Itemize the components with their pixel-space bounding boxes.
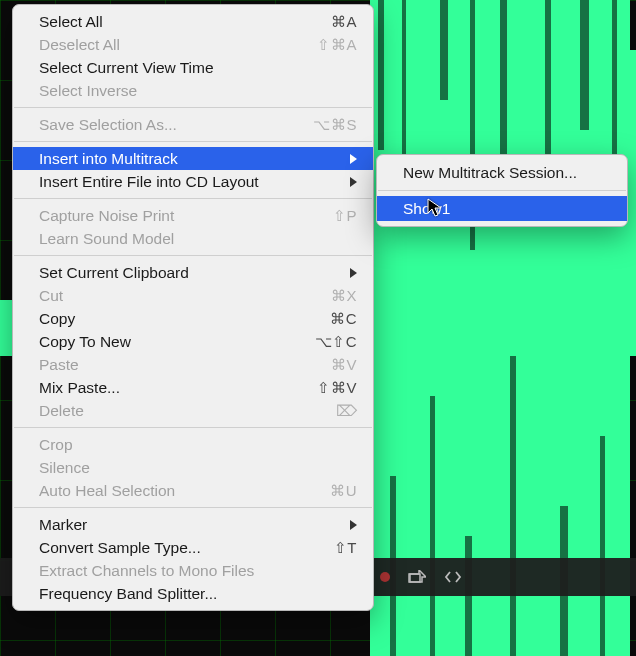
- menu-item-extract-channels-to-mono-files: Extract Channels to Mono Files: [13, 559, 373, 582]
- menu-item-insert-entire-file-into-cd-layout[interactable]: Insert Entire File into CD Layout: [13, 170, 373, 193]
- menu-item-shortcut: ⌥⌘S: [305, 116, 357, 134]
- menu-item-label: Capture Noise Print: [39, 207, 305, 225]
- submenu-arrow-icon: [350, 268, 357, 278]
- menu-item-paste: Paste⌘V: [13, 353, 373, 376]
- menu-item-shortcut: ⌥⇧C: [305, 333, 357, 351]
- menu-item-label: Deselect All: [39, 36, 305, 54]
- svg-rect-13: [580, 0, 589, 130]
- submenu-arrow-icon: [350, 154, 357, 164]
- svg-rect-15: [370, 328, 630, 656]
- menu-separator: [14, 141, 372, 142]
- menu-separator: [14, 427, 372, 428]
- menu-item-auto-heal-selection: Auto Heal Selection⌘U: [13, 479, 373, 502]
- menu-item-label: Cut: [39, 287, 305, 305]
- menu-item-shortcut: ⇧⌘A: [305, 36, 357, 54]
- menu-item-select-inverse: Select Inverse: [13, 79, 373, 102]
- menu-item-shortcut: ⌘X: [305, 287, 357, 305]
- menu-item-select-current-view-time[interactable]: Select Current View Time: [13, 56, 373, 79]
- menu-item-deselect-all: Deselect All⇧⌘A: [13, 33, 373, 56]
- menu-item-shortcut: ⌦: [305, 402, 357, 420]
- menu-item-silence: Silence: [13, 456, 373, 479]
- menu-separator: [378, 190, 626, 191]
- menu-item-label: Select Current View Time: [39, 59, 357, 77]
- menu-item-shortcut: ⇧T: [305, 539, 357, 557]
- menu-item-marker[interactable]: Marker: [13, 513, 373, 536]
- submenu-arrow-icon: [350, 520, 357, 530]
- submenu-arrow-icon: [350, 177, 357, 187]
- menu-separator: [14, 507, 372, 508]
- submenu-item-label: Show1: [403, 200, 611, 218]
- insert-multitrack-submenu[interactable]: New Multitrack Session...Show1: [376, 154, 628, 227]
- menu-item-label: Set Current Clipboard: [39, 264, 342, 282]
- menu-item-cut: Cut⌘X: [13, 284, 373, 307]
- svg-rect-18: [430, 396, 435, 656]
- svg-rect-22: [600, 436, 605, 656]
- menu-item-label: Auto Heal Selection: [39, 482, 305, 500]
- menu-item-capture-noise-print: Capture Noise Print⇧P: [13, 204, 373, 227]
- menu-item-shortcut: ⌘C: [305, 310, 357, 328]
- menu-item-shortcut: ⇧⌘V: [305, 379, 357, 397]
- menu-item-label: Paste: [39, 356, 305, 374]
- svg-rect-7: [378, 0, 384, 150]
- menu-item-label: Silence: [39, 459, 357, 477]
- menu-item-crop: Crop: [13, 433, 373, 456]
- menu-item-insert-into-multitrack[interactable]: Insert into Multitrack: [13, 147, 373, 170]
- menu-item-shortcut: ⌘A: [305, 13, 357, 31]
- context-menu[interactable]: Select All⌘ADeselect All⇧⌘ASelect Curren…: [12, 4, 374, 611]
- svg-rect-19: [465, 536, 472, 656]
- submenu-item-new-multitrack-session[interactable]: New Multitrack Session...: [377, 160, 627, 185]
- svg-rect-11: [500, 0, 507, 160]
- menu-item-label: Insert into Multitrack: [39, 150, 342, 168]
- menu-item-label: Copy: [39, 310, 305, 328]
- menu-item-set-current-clipboard[interactable]: Set Current Clipboard: [13, 261, 373, 284]
- svg-rect-14: [612, 0, 617, 180]
- menu-item-label: Crop: [39, 436, 357, 454]
- menu-item-label: Marker: [39, 516, 342, 534]
- menu-separator: [14, 198, 372, 199]
- menu-item-label: Convert Sample Type...: [39, 539, 305, 557]
- menu-item-shortcut: ⌘U: [305, 482, 357, 500]
- menu-item-select-all[interactable]: Select All⌘A: [13, 10, 373, 33]
- menu-item-copy[interactable]: Copy⌘C: [13, 307, 373, 330]
- menu-item-frequency-band-splitter[interactable]: Frequency Band Splitter...: [13, 582, 373, 605]
- record-indicator-icon[interactable]: [380, 572, 390, 582]
- share-icon[interactable]: [408, 570, 426, 584]
- menu-item-label: Delete: [39, 402, 305, 420]
- menu-item-label: Learn Sound Model: [39, 230, 357, 248]
- menu-item-label: Select Inverse: [39, 82, 357, 100]
- submenu-item-label: New Multitrack Session...: [403, 164, 611, 182]
- menu-item-save-selection-as: Save Selection As...⌥⌘S: [13, 113, 373, 136]
- submenu-item-show1[interactable]: Show1: [377, 196, 627, 221]
- svg-rect-20: [510, 356, 516, 656]
- menu-item-learn-sound-model: Learn Sound Model: [13, 227, 373, 250]
- svg-rect-9: [440, 0, 448, 100]
- menu-item-label: Copy To New: [39, 333, 305, 351]
- menu-item-shortcut: ⇧P: [305, 207, 357, 225]
- menu-item-delete: Delete⌦: [13, 399, 373, 422]
- menu-separator: [14, 107, 372, 108]
- menu-item-label: Save Selection As...: [39, 116, 305, 134]
- menu-item-label: Mix Paste...: [39, 379, 305, 397]
- menu-item-label: Frequency Band Splitter...: [39, 585, 357, 603]
- menu-item-copy-to-new[interactable]: Copy To New⌥⇧C: [13, 330, 373, 353]
- menu-item-shortcut: ⌘V: [305, 356, 357, 374]
- code-icon[interactable]: [444, 570, 462, 584]
- menu-item-label: Extract Channels to Mono Files: [39, 562, 357, 580]
- menu-item-label: Insert Entire File into CD Layout: [39, 173, 342, 191]
- menu-item-convert-sample-type[interactable]: Convert Sample Type...⇧T: [13, 536, 373, 559]
- menu-item-label: Select All: [39, 13, 305, 31]
- menu-item-mix-paste[interactable]: Mix Paste...⇧⌘V: [13, 376, 373, 399]
- menu-separator: [14, 255, 372, 256]
